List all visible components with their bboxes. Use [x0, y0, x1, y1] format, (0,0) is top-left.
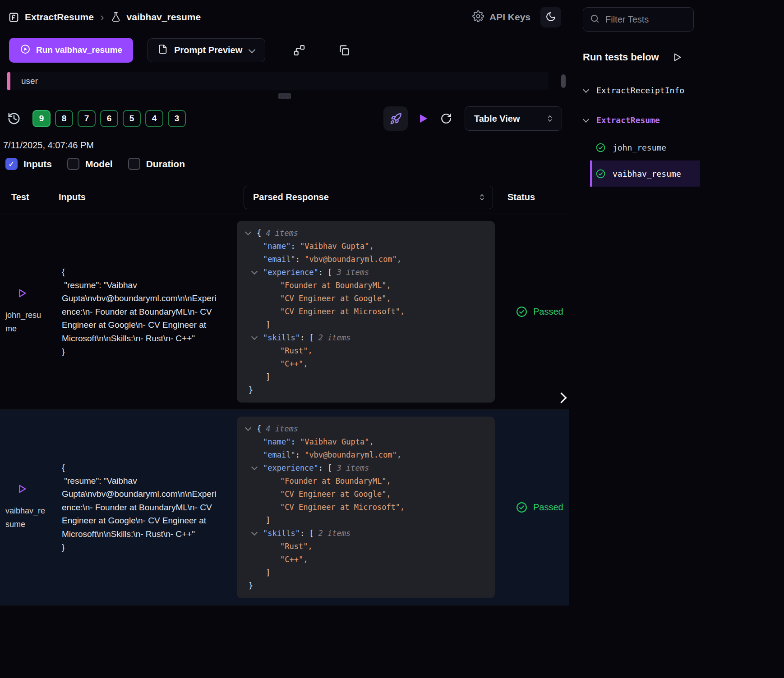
history-badge-label: 8	[62, 114, 67, 124]
collapse-caret-icon[interactable]	[246, 422, 257, 435]
collapse-caret-icon[interactable]	[252, 331, 263, 344]
history-badge-5[interactable]: 5	[123, 110, 141, 127]
app-root: ExtractResume › vaibhav_resume	[0, 0, 784, 678]
filter-duration[interactable]: Duration	[128, 158, 185, 170]
play-icon	[417, 112, 429, 125]
history-badge-list: 9 8 7 6 5 4 3	[32, 110, 186, 127]
refresh-button[interactable]	[440, 113, 452, 124]
collapse-caret-icon[interactable]	[252, 527, 263, 540]
code-line: {4 items	[243, 227, 489, 240]
scroll-right-chevron-icon[interactable]	[555, 390, 568, 407]
history-badge-7[interactable]: 7	[78, 110, 96, 127]
code-token: "experience"	[263, 463, 318, 472]
prompt-role-label: user	[21, 76, 38, 86]
collapse-caret-icon[interactable]	[246, 227, 257, 240]
workflow-graph-button[interactable]	[293, 44, 305, 56]
tree-item-john-resume[interactable]: john_resume	[590, 134, 700, 160]
run-tests-below-button[interactable]: Run tests below	[583, 51, 784, 63]
refresh-icon	[440, 113, 452, 124]
check-circle-icon	[595, 142, 606, 153]
test-cell: vaibhav_resume	[0, 413, 53, 602]
status-label: Passed	[533, 307, 563, 317]
history-badge-4[interactable]: 4	[145, 110, 163, 127]
run-test-button[interactable]: Run vaibhav_resume	[9, 38, 133, 63]
prompt-preview-dropdown[interactable]: Prompt Preview	[148, 38, 265, 62]
tree-group-extract-resume[interactable]: ExtractResume	[583, 111, 784, 129]
filter-model[interactable]: Model	[67, 158, 113, 170]
code-line: "CV Engineer at Google",	[243, 292, 489, 305]
breadcrumb-function[interactable]: ExtractResume	[25, 12, 94, 23]
tree-item-vaibhav-resume[interactable]: vaibhav_resume	[590, 160, 700, 187]
collapse-caret-icon[interactable]	[252, 462, 263, 475]
breadcrumb-test[interactable]: vaibhav_resume	[127, 12, 201, 23]
tree-group-label: ExtractReceiptInfo	[596, 86, 684, 95]
history-button[interactable]	[7, 112, 21, 125]
code-token: }	[249, 581, 253, 590]
api-keys-button[interactable]: API Keys	[472, 10, 530, 24]
drag-handle[interactable]	[278, 93, 291, 99]
checkbox[interactable]	[67, 158, 79, 170]
code-line: "name": "Vaibhav Gupta",	[243, 240, 489, 253]
input-json-text: { "resume": "Vaibhav Gupta\nvbv@boundary…	[62, 265, 219, 358]
code-line: "CV Engineer at Google",	[243, 488, 489, 501]
column-header-status: Status	[502, 192, 569, 202]
history-badge-6[interactable]: 6	[100, 110, 118, 127]
table-row-vaibhav_resume[interactable]: vaibhav_resume { "resume": "Vaibhav Gupt…	[0, 410, 569, 605]
parsed-response-json: {4 items"name": "Vaibhav Gupta","email":…	[237, 417, 495, 598]
copy-icon	[338, 44, 350, 56]
workflow-icon	[293, 44, 305, 56]
chevron-down-icon	[583, 117, 589, 123]
run-single-test-icon[interactable]	[16, 483, 28, 496]
filter-label: Model	[85, 159, 113, 170]
filter-tests-input[interactable]	[605, 14, 687, 25]
tree-group-extract-receipt-info[interactable]: ExtractReceiptInfo	[583, 81, 784, 99]
history-badge-3[interactable]: 3	[168, 110, 186, 127]
code-token: ]	[266, 320, 270, 329]
code-token: 2 items	[318, 529, 351, 538]
view-mode-value: Table View	[474, 114, 520, 124]
history-badge-9[interactable]: 9	[32, 110, 51, 127]
tree-item-list: john_resume vaibhav_resume	[590, 134, 784, 187]
run-all-button[interactable]	[417, 112, 429, 125]
code-token: "Rust",	[280, 346, 313, 355]
table-row-john_resume[interactable]: john_resume { "resume": "Vaibhav Gupta\n…	[0, 214, 569, 410]
column-header-test: Test	[0, 192, 53, 202]
run-tests-below-label: Run tests below	[583, 51, 659, 63]
input-json-text: { "resume": "Vaibhav Gupta\nvbv@boundary…	[62, 461, 219, 554]
code-token: "CV Engineer at Microsoft",	[280, 307, 405, 316]
check-circle-icon	[595, 169, 606, 179]
code-line: ]	[243, 514, 489, 527]
filter-inputs[interactable]: Inputs	[5, 158, 52, 170]
collapse-caret-icon[interactable]	[252, 266, 263, 279]
top-bar: ExtractResume › vaibhav_resume	[0, 0, 569, 34]
code-token: 3 items	[337, 463, 369, 472]
code-token: "CV Engineer at Google",	[280, 294, 391, 303]
view-mode-select[interactable]: Table View	[465, 106, 562, 131]
run-single-test-icon[interactable]	[16, 288, 28, 301]
breadcrumb: ExtractResume › vaibhav_resume	[8, 11, 201, 23]
scrollbar-thumb[interactable]	[561, 74, 566, 88]
dark-mode-toggle[interactable]	[540, 7, 561, 27]
top-bar-right: API Keys	[472, 7, 561, 27]
checkbox[interactable]	[128, 158, 140, 170]
prompt-preview-label: Prompt Preview	[174, 45, 242, 55]
panel-divider	[0, 92, 569, 100]
parsed-response-select[interactable]: Parsed Response	[244, 186, 493, 209]
code-line: "skills": [2 items	[243, 527, 489, 540]
code-line: "email": "vbv@boundaryml.com",	[243, 449, 489, 462]
rocket-icon	[390, 113, 402, 125]
main-panel: ExtractResume › vaibhav_resume	[0, 0, 569, 678]
code-token: 3 items	[337, 268, 369, 277]
code-token: ]	[266, 372, 270, 381]
checkbox[interactable]	[5, 158, 18, 170]
code-token: :	[291, 437, 300, 446]
copy-button[interactable]	[338, 44, 350, 56]
prompt-role-bar[interactable]: user	[7, 72, 549, 90]
code-token: :	[295, 450, 304, 459]
history-badge-label: 7	[84, 114, 89, 124]
code-token: {	[257, 229, 261, 238]
deploy-button[interactable]	[383, 106, 408, 131]
run-timestamp: 7/11/2025, 4:07:46 PM	[3, 140, 569, 151]
history-badge-8[interactable]: 8	[55, 110, 73, 127]
inputs-cell: { "resume": "Vaibhav Gupta\nvbv@boundary…	[53, 413, 231, 602]
